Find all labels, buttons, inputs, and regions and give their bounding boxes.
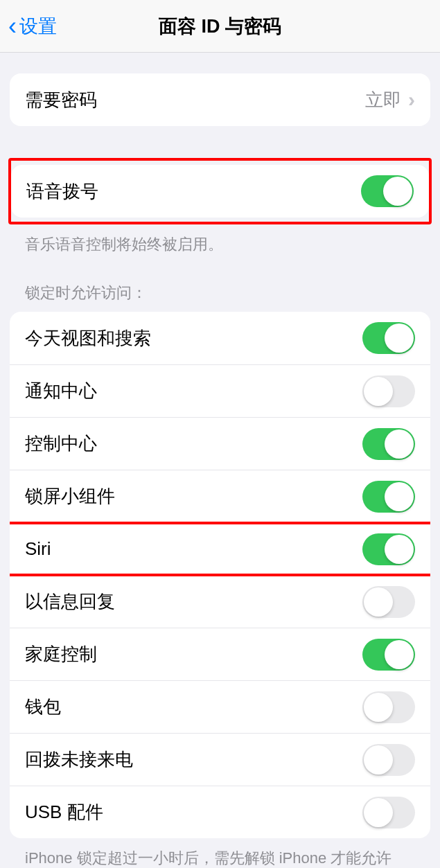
notification-center-toggle[interactable] xyxy=(362,375,415,407)
voice-dial-toggle[interactable] xyxy=(361,175,414,207)
usb-footer: iPhone 锁定超过一小时后，需先解锁 iPhone 才能允许 USB 配件连… xyxy=(10,838,430,868)
return-missed-calls-toggle[interactable] xyxy=(362,744,415,776)
highlight-voice-dial: 语音拨号 xyxy=(8,158,432,224)
require-passcode-row[interactable]: 需要密码 立即 › xyxy=(10,73,430,126)
voice-dial-group: 语音拨号 xyxy=(11,165,429,218)
control-center-toggle[interactable] xyxy=(362,428,415,460)
today-view-label: 今天视图和搜索 xyxy=(25,326,151,351)
home-control-row: 家庭控制 xyxy=(10,628,430,680)
wallet-row: 钱包 xyxy=(10,680,430,733)
page-title: 面容 ID 与密码 xyxy=(159,14,281,39)
home-control-label: 家庭控制 xyxy=(25,642,97,666)
today-view-row: 今天视图和搜索 xyxy=(10,312,430,364)
locked-access-group: 今天视图和搜索 通知中心 控制中心 锁屏小组件 Siri 以信息回复 家庭控制 xyxy=(10,312,430,838)
require-passcode-label: 需要密码 xyxy=(25,88,97,112)
usb-accessories-label: USB 配件 xyxy=(25,800,103,824)
usb-accessories-toggle[interactable] xyxy=(362,797,415,829)
control-center-label: 控制中心 xyxy=(25,432,97,456)
wallet-label: 钱包 xyxy=(25,695,61,719)
voice-dial-row: 语音拨号 xyxy=(11,165,429,218)
voice-dial-footer: 音乐语音控制将始终被启用。 xyxy=(10,224,430,255)
require-passcode-group: 需要密码 立即 › xyxy=(10,73,430,126)
lock-screen-widgets-toggle[interactable] xyxy=(362,481,415,513)
today-view-toggle[interactable] xyxy=(362,322,415,354)
back-button[interactable]: ‹ 设置 xyxy=(0,12,57,41)
return-missed-calls-label: 回拨未接来电 xyxy=(25,747,133,772)
siri-row: Siri xyxy=(10,522,430,575)
back-label: 设置 xyxy=(19,14,57,39)
siri-toggle[interactable] xyxy=(362,533,415,565)
chevron-right-icon: › xyxy=(408,88,415,112)
return-missed-calls-row: 回拨未接来电 xyxy=(10,733,430,786)
require-passcode-value: 立即 xyxy=(365,88,401,112)
chevron-left-icon: ‹ xyxy=(8,12,17,41)
notification-center-label: 通知中心 xyxy=(25,379,97,403)
reply-with-message-label: 以信息回复 xyxy=(25,590,115,614)
usb-accessories-row: USB 配件 xyxy=(10,786,430,838)
siri-label: Siri xyxy=(25,538,51,560)
navigation-bar: ‹ 设置 面容 ID 与密码 xyxy=(0,0,440,53)
wallet-toggle[interactable] xyxy=(362,691,415,723)
reply-with-message-row: 以信息回复 xyxy=(10,575,430,628)
home-control-toggle[interactable] xyxy=(362,639,415,671)
reply-with-message-toggle[interactable] xyxy=(362,586,415,618)
locked-access-header: 锁定时允许访问： xyxy=(10,255,430,312)
control-center-row: 控制中心 xyxy=(10,417,430,470)
notification-center-row: 通知中心 xyxy=(10,364,430,417)
lock-screen-widgets-row: 锁屏小组件 xyxy=(10,470,430,522)
lock-screen-widgets-label: 锁屏小组件 xyxy=(25,484,115,508)
voice-dial-label: 语音拨号 xyxy=(26,179,98,204)
